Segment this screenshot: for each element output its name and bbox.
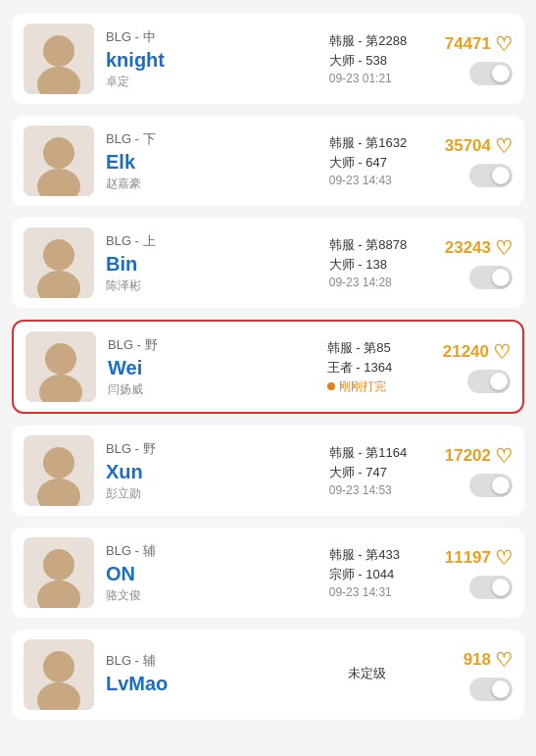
likes-count-knight: 74471 xyxy=(445,34,491,54)
just-played-label: 刚刚打完 xyxy=(339,378,386,395)
server-rank-knight: 韩服 - 第2288 xyxy=(329,32,407,50)
server-rank-lvmao: 未定级 xyxy=(348,665,386,682)
heart-icon-on[interactable]: ♡ xyxy=(495,546,512,570)
svg-point-19 xyxy=(47,451,71,475)
heart-icon-knight[interactable]: ♡ xyxy=(495,32,512,56)
right-section-elk: 35704♡ xyxy=(445,134,512,187)
player-card-elk: BLG - 下Elk赵嘉豪韩服 - 第1632大师 - 64709-23 14:… xyxy=(12,116,524,206)
likes-xun: 17202♡ xyxy=(445,444,512,468)
avatar-xun xyxy=(24,435,94,506)
toggle-knob-elk xyxy=(492,167,510,184)
team-role-bin: BLG - 上 xyxy=(106,232,321,250)
server-rank-wei: 韩服 - 第85 xyxy=(327,339,391,357)
svg-point-15 xyxy=(49,347,73,371)
svg-point-3 xyxy=(47,39,71,63)
heart-icon-xun[interactable]: ♡ xyxy=(495,444,512,468)
heart-icon-wei[interactable]: ♡ xyxy=(493,340,511,364)
rank-time-on: 09-23 14:31 xyxy=(329,585,392,599)
rank-score-wei: 王者 - 1364 xyxy=(327,359,392,377)
rank-score-xun: 大师 - 747 xyxy=(329,464,387,481)
svg-point-23 xyxy=(47,553,71,577)
player-info-bin: BLG - 上Bin陈泽彬 xyxy=(106,232,321,294)
team-role-lvmao: BLG - 辅 xyxy=(106,652,340,670)
rank-time-elk: 09-23 14:43 xyxy=(329,174,392,187)
heart-icon-elk[interactable]: ♡ xyxy=(495,134,512,158)
likes-bin: 23243♡ xyxy=(445,236,512,260)
player-name-wei[interactable]: Wei xyxy=(108,356,319,379)
follow-toggle-knight[interactable] xyxy=(469,62,512,85)
follow-toggle-elk[interactable] xyxy=(469,164,512,187)
team-role-elk: BLG - 下 xyxy=(106,130,321,148)
avatar-knight xyxy=(24,24,94,94)
just-played-wei: 刚刚打完 xyxy=(327,378,386,395)
right-section-on: 11197♡ xyxy=(445,546,512,599)
team-role-xun: BLG - 野 xyxy=(106,440,321,458)
follow-toggle-wei[interactable] xyxy=(467,370,511,393)
avatar-bin xyxy=(24,227,94,298)
player-name-lvmao[interactable]: LvMao xyxy=(106,672,340,695)
likes-count-wei: 21240 xyxy=(443,342,489,362)
player-info-lvmao: BLG - 辅LvMao xyxy=(106,652,340,697)
heart-icon-lvmao[interactable]: ♡ xyxy=(495,648,512,672)
toggle-knob-xun xyxy=(492,477,510,494)
toggle-knob-lvmao xyxy=(492,680,510,698)
server-rank-xun: 韩服 - 第1164 xyxy=(329,444,407,462)
likes-knight: 74471♡ xyxy=(445,32,512,56)
toggle-knob-knight xyxy=(492,65,510,82)
right-section-bin: 23243♡ xyxy=(445,236,512,289)
just-played-dot xyxy=(327,382,335,390)
rank-score-elk: 大师 - 647 xyxy=(329,154,387,172)
rank-score-bin: 大师 - 138 xyxy=(329,256,387,274)
player-name-bin[interactable]: Bin xyxy=(106,252,321,276)
real-name-on: 骆文俊 xyxy=(106,587,321,604)
rank-time-knight: 09-23 01:21 xyxy=(329,72,392,85)
team-role-on: BLG - 辅 xyxy=(106,542,321,560)
server-rank-bin: 韩服 - 第8878 xyxy=(329,236,407,254)
likes-count-elk: 35704 xyxy=(445,136,491,156)
likes-lvmao: 918♡ xyxy=(463,648,512,672)
player-card-lvmao: BLG - 辅LvMao未定级918♡ xyxy=(12,630,524,720)
likes-on: 11197♡ xyxy=(445,546,512,570)
real-name-knight: 卓定 xyxy=(106,74,321,90)
real-name-xun: 彭立勋 xyxy=(106,485,321,502)
server-rank-elk: 韩服 - 第1632 xyxy=(329,134,407,152)
rank-info-elk: 韩服 - 第1632大师 - 64709-23 14:43 xyxy=(329,134,437,187)
rank-info-lvmao: 未定级 xyxy=(348,665,456,684)
likes-wei: 21240♡ xyxy=(443,340,511,364)
follow-toggle-on[interactable] xyxy=(469,576,512,599)
player-card-knight: BLG - 中knight卓定韩服 - 第2288大师 - 53809-23 0… xyxy=(12,14,524,104)
right-section-wei: 21240♡ xyxy=(443,340,511,393)
player-name-on[interactable]: ON xyxy=(106,562,321,585)
player-name-xun[interactable]: Xun xyxy=(106,460,321,483)
player-card-xun: BLG - 野Xun彭立勋韩服 - 第1164大师 - 74709-23 14:… xyxy=(12,426,524,516)
rank-time-bin: 09-23 14:28 xyxy=(329,276,392,289)
rank-info-xun: 韩服 - 第1164大师 - 74709-23 14:53 xyxy=(329,444,437,497)
toggle-knob-bin xyxy=(492,269,510,286)
real-name-elk: 赵嘉豪 xyxy=(106,176,321,192)
server-rank-on: 韩服 - 第433 xyxy=(329,546,400,564)
avatar-lvmao xyxy=(24,639,94,710)
avatar-elk xyxy=(24,126,94,196)
real-name-bin: 陈泽彬 xyxy=(106,277,321,294)
team-role-knight: BLG - 中 xyxy=(106,28,321,46)
likes-count-lvmao: 918 xyxy=(463,650,491,670)
player-name-knight[interactable]: knight xyxy=(106,48,321,72)
player-info-elk: BLG - 下Elk赵嘉豪 xyxy=(106,130,321,192)
player-card-bin: BLG - 上Bin陈泽彬韩服 - 第8878大师 - 13809-23 14:… xyxy=(12,218,524,308)
rank-info-wei: 韩服 - 第85王者 - 1364刚刚打完 xyxy=(327,339,435,395)
right-section-xun: 17202♡ xyxy=(445,444,512,497)
avatar-wei xyxy=(25,331,96,402)
follow-toggle-bin[interactable] xyxy=(469,266,512,289)
heart-icon-bin[interactable]: ♡ xyxy=(495,236,512,260)
likes-count-bin: 23243 xyxy=(445,238,491,258)
follow-toggle-xun[interactable] xyxy=(469,474,512,497)
rank-score-knight: 大师 - 538 xyxy=(329,52,387,70)
svg-point-11 xyxy=(47,243,71,267)
svg-point-27 xyxy=(47,655,71,679)
rank-info-bin: 韩服 - 第8878大师 - 13809-23 14:28 xyxy=(329,236,437,289)
player-info-knight: BLG - 中knight卓定 xyxy=(106,28,321,90)
player-info-wei: BLG - 野Wei闫扬威 xyxy=(108,336,319,398)
player-name-elk[interactable]: Elk xyxy=(106,150,321,174)
follow-toggle-lvmao[interactable] xyxy=(469,678,512,701)
player-card-on: BLG - 辅ON骆文俊韩服 - 第433宗师 - 104409-23 14:3… xyxy=(12,528,524,618)
